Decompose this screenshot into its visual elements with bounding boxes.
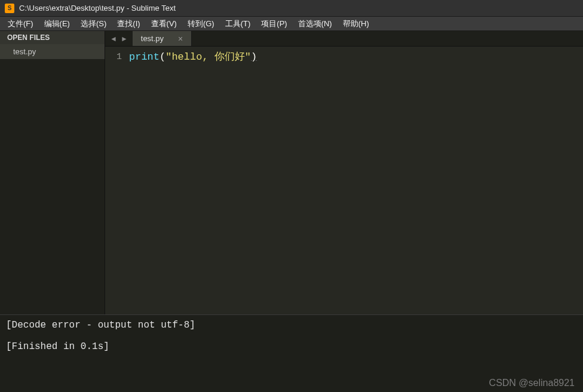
tab-test-py[interactable]: test.py × — [133, 31, 192, 46]
code-content[interactable]: print("hello, 你们好") — [129, 50, 583, 314]
menu-view[interactable]: 查看(V) — [146, 17, 182, 31]
editor-area: ◄ ► test.py × 1 print("hello, 你们好") — [105, 31, 583, 314]
code-editor[interactable]: 1 print("hello, 你们好") — [105, 47, 583, 314]
app-icon: S — [5, 4, 14, 13]
menu-find[interactable]: 查找(I) — [112, 17, 145, 31]
menubar: 文件(F) 编辑(E) 选择(S) 查找(I) 查看(V) 转到(G) 工具(T… — [0, 17, 583, 31]
menu-help[interactable]: 帮助(H) — [337, 17, 375, 31]
titlebar: S C:\Users\extra\Desktop\test.py - Subli… — [0, 0, 583, 17]
sidebar: OPEN FILES test.py — [0, 31, 105, 314]
menu-edit[interactable]: 编辑(E) — [39, 17, 75, 31]
tab-next-icon[interactable]: ► — [121, 35, 128, 43]
sidebar-header-open-files: OPEN FILES — [0, 31, 105, 44]
line-number: 1 — [105, 50, 122, 64]
close-icon[interactable]: × — [178, 35, 183, 43]
sidebar-item-file[interactable]: test.py — [0, 44, 105, 59]
output-line-finished: [Finished in 0.1s] — [6, 341, 577, 352]
menu-file[interactable]: 文件(F) — [2, 17, 39, 31]
token-function: print — [129, 51, 159, 63]
tab-label: test.py — [141, 34, 164, 43]
token-close-paren: ) — [251, 51, 257, 63]
menu-project[interactable]: 项目(P) — [256, 17, 292, 31]
tab-nav: ◄ ► — [105, 31, 133, 46]
token-string: "hello, 你们好" — [165, 51, 251, 63]
window-title: C:\Users\extra\Desktop\test.py - Sublime… — [19, 4, 176, 13]
watermark: CSDN @selina8921 — [489, 378, 575, 388]
gutter: 1 — [105, 50, 129, 314]
main-area: OPEN FILES test.py ◄ ► test.py × 1 print… — [0, 31, 583, 314]
menu-select[interactable]: 选择(S) — [75, 17, 112, 31]
token-open-paren: ( — [159, 51, 165, 63]
output-line-error: [Decode error - output not utf-8] — [6, 320, 577, 331]
menu-preferences[interactable]: 首选项(N) — [293, 17, 337, 31]
tab-prev-icon[interactable]: ◄ — [110, 35, 117, 43]
output-panel: [Decode error - output not utf-8] [Finis… — [0, 314, 583, 392]
menu-goto[interactable]: 转到(G) — [182, 17, 220, 31]
menu-tools[interactable]: 工具(T) — [220, 17, 256, 31]
tabbar: ◄ ► test.py × — [105, 31, 583, 47]
